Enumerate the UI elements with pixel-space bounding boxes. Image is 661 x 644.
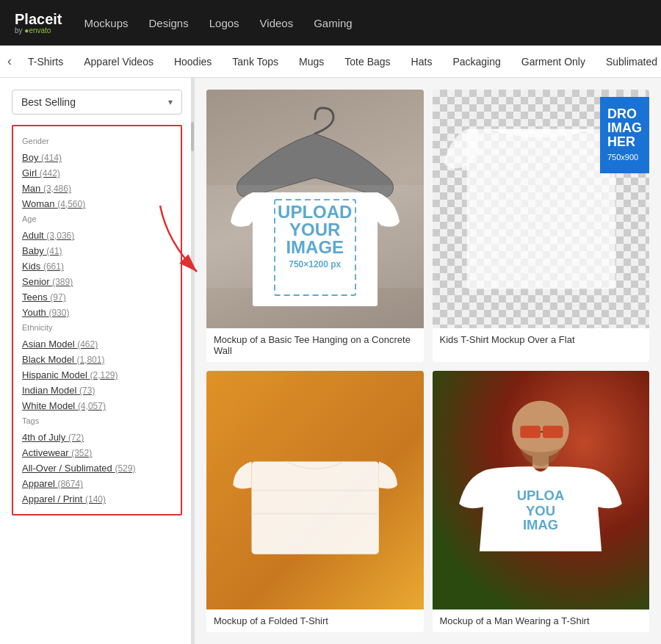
filter-black-model[interactable]: Black Model (1,801): [22, 352, 172, 367]
age-label: Age: [22, 214, 172, 223]
drop-text: DROIMAGHER750x900: [600, 97, 649, 173]
gender-label: Gender: [22, 137, 172, 145]
mockup-card-1[interactable]: UPLOADYOURIMAGE 750×1200 px Mockup of a …: [206, 90, 424, 362]
category-item-apparel-videos[interactable]: Apparel Videos: [73, 47, 164, 76]
mockup-title-1: Mockup of a Basic Tee Hanging on a Concr…: [206, 328, 424, 362]
category-item-sublimated[interactable]: Sublimated: [596, 47, 661, 76]
upload-text-1: UPLOADYOURIMAGE: [278, 203, 352, 256]
category-item-garment-only[interactable]: Garment Only: [511, 47, 596, 76]
nav-mockups[interactable]: Mockups: [84, 17, 128, 29]
nav-gaming[interactable]: Gaming: [314, 17, 353, 29]
man-svg: UPLOA YOU IMAG: [433, 371, 650, 609]
category-item-hats[interactable]: Hats: [401, 47, 443, 76]
filter-all-over-sublimated[interactable]: All-Over / Sublimated (529): [22, 460, 172, 476]
svg-rect-2: [466, 129, 615, 289]
svg-rect-8: [543, 426, 563, 438]
top-nav-links: Mockups Designs Logos Videos Gaming: [84, 17, 352, 29]
category-item-tshirts[interactable]: T-Shirts: [18, 47, 73, 76]
main-content: Best Selling ▾ Gender Boy (414) Girl (44…: [0, 78, 661, 644]
mockup-grid-row1: UPLOADYOURIMAGE 750×1200 px Mockup of a …: [206, 90, 649, 362]
category-item-tote-bags[interactable]: Tote Bags: [334, 47, 400, 76]
filter-woman[interactable]: Woman (4,560): [22, 196, 172, 211]
mockup-image-4: UPLOA YOU IMAG: [433, 371, 650, 609]
filter-senior[interactable]: Senior (389): [22, 274, 172, 289]
scroll-indicator: [191, 78, 194, 644]
mockup-title-4: Mockup of a Man Wearing a T-Shirt: [433, 609, 650, 632]
filter-man[interactable]: Man (3,486): [22, 181, 172, 196]
filter-white-model[interactable]: White Model (4,057): [22, 398, 172, 413]
content-area: UPLOADYOURIMAGE 750×1200 px Mockup of a …: [195, 78, 661, 644]
logo-name: Placeit: [15, 12, 62, 26]
mockup-image-2: DROIMAGHER750x900: [433, 90, 650, 328]
svg-text:UPLOA: UPLOA: [517, 488, 565, 503]
filter-baby[interactable]: Baby (41): [22, 243, 172, 258]
svg-text:IMAG: IMAG: [523, 517, 558, 532]
mockup-image-3: [206, 371, 424, 609]
mockup-grid-row2: Mockup of a Folded T-Shirt: [206, 371, 649, 632]
category-item-hoodies[interactable]: Hoodies: [164, 47, 222, 76]
filter-boy[interactable]: Boy (414): [22, 150, 172, 165]
upload-overlay-1: UPLOADYOURIMAGE 750×1200 px: [206, 185, 424, 288]
top-navigation: Placeit by ●envato Mockups Designs Logos…: [0, 0, 661, 46]
filter-4th-of-july[interactable]: 4th of July (72): [22, 430, 172, 445]
filter-box: Gender Boy (414) Girl (442) Man (3,486) …: [12, 125, 182, 515]
sort-dropdown[interactable]: Best Selling ▾: [12, 90, 182, 115]
svg-rect-3: [251, 461, 378, 554]
mockup-card-3[interactable]: Mockup of a Folded T-Shirt: [206, 371, 424, 632]
sidebar: Best Selling ▾ Gender Boy (414) Girl (44…: [0, 78, 195, 644]
filter-youth[interactable]: Youth (930): [22, 305, 172, 320]
nav-logos[interactable]: Logos: [209, 17, 239, 29]
checker-background: DROIMAGHER750x900: [433, 90, 650, 328]
filter-indian-model[interactable]: Indian Model (73): [22, 383, 172, 398]
category-list: T-Shirts Apparel Videos Hoodies Tank Top…: [18, 47, 661, 76]
mockup-image-1: UPLOADYOURIMAGE 750×1200 px: [206, 90, 424, 328]
filter-hispanic-model[interactable]: Hispanic Model (2,129): [22, 367, 172, 383]
logo[interactable]: Placeit by ●envato: [15, 12, 62, 35]
folded-tshirt-svg: [228, 395, 402, 586]
mockup-card-2[interactable]: DROIMAGHER750x900 Kids T-Shirt Mockup Ov…: [433, 90, 650, 362]
sort-label: Best Selling: [21, 96, 76, 108]
upload-size-1: 750×1200 px: [289, 259, 341, 269]
svg-rect-7: [521, 426, 541, 438]
chevron-down-icon: ▾: [168, 97, 173, 107]
category-bar: ‹ T-Shirts Apparel Videos Hoodies Tank T…: [0, 46, 661, 78]
logo-sub: by ●envato: [15, 26, 62, 35]
filter-adult[interactable]: Adult (3,036): [22, 228, 172, 243]
filter-teens[interactable]: Teens (97): [22, 289, 172, 305]
ethnicity-label: Ethnicity: [22, 323, 172, 332]
mockup-card-4[interactable]: UPLOA YOU IMAG Mockup of a Man Wearing a…: [433, 371, 650, 632]
svg-text:YOU: YOU: [526, 503, 555, 518]
mockup-title-3: Mockup of a Folded T-Shirt: [206, 609, 424, 632]
category-scroll-left[interactable]: ‹: [7, 54, 12, 69]
filter-apparel[interactable]: Apparel (8674): [22, 476, 172, 491]
scroll-thumb: [191, 122, 194, 151]
nav-videos[interactable]: Videos: [260, 17, 294, 29]
filter-apparel-print[interactable]: Apparel / Print (140): [22, 491, 172, 507]
filter-girl[interactable]: Girl (442): [22, 165, 172, 181]
filter-kids[interactable]: Kids (661): [22, 258, 172, 274]
filter-asian-model[interactable]: Asian Model (462): [22, 336, 172, 352]
nav-designs[interactable]: Designs: [149, 17, 189, 29]
category-item-tank-tops[interactable]: Tank Tops: [222, 47, 289, 76]
category-item-packaging[interactable]: Packaging: [442, 47, 510, 76]
filter-activewear[interactable]: Activewear (352): [22, 445, 172, 460]
mockup-title-2: Kids T-Shirt Mockup Over a Flat: [433, 328, 650, 351]
category-item-mugs[interactable]: Mugs: [289, 47, 334, 76]
tags-label: Tags: [22, 416, 172, 425]
